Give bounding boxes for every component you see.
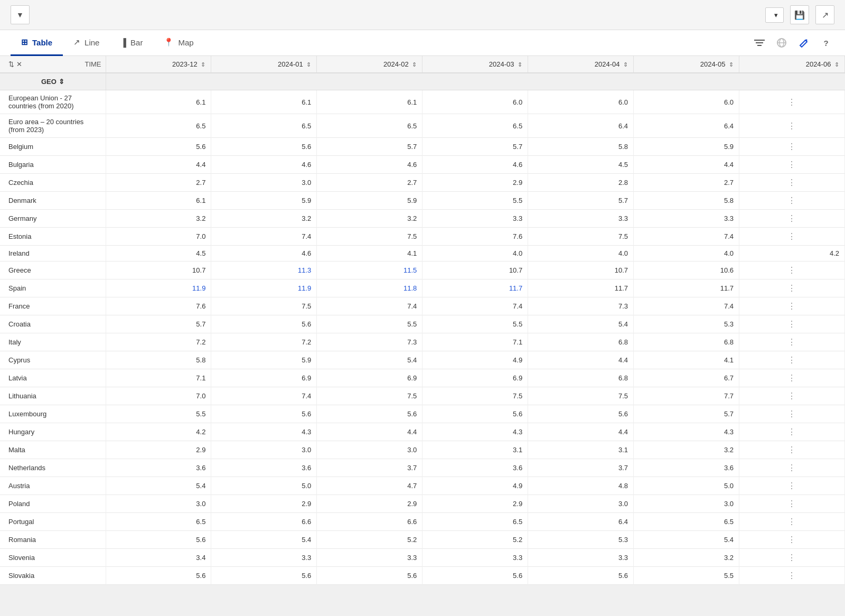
clear-button[interactable]: ✕: [16, 60, 22, 68]
more-options-cell[interactable]: ⋮: [739, 297, 845, 315]
value-cell: 5.6: [211, 567, 317, 585]
more-options-cell[interactable]: ⋮: [739, 387, 845, 405]
more-options-cell[interactable]: ⋮: [739, 441, 845, 459]
table-row: Estonia7.07.47.57.67.57.4⋮: [0, 228, 845, 246]
more-options-cell[interactable]: ⋮: [739, 405, 845, 423]
map-pin-icon: 📍: [164, 38, 174, 47]
country-cell: Belgium: [0, 138, 106, 156]
value-cell: 11.9: [211, 279, 317, 297]
pencil-button[interactable]: [795, 34, 812, 51]
more-options-cell[interactable]: ⋮: [739, 174, 845, 192]
more-options-cell[interactable]: ⋮: [739, 192, 845, 210]
table-row: France7.67.57.47.47.37.4⋮: [0, 297, 845, 315]
table-row: Luxembourg5.55.65.65.65.65.7⋮: [0, 405, 845, 423]
share-button[interactable]: ↗: [815, 5, 834, 24]
col-header-2024-04[interactable]: 2024-04 ⇕: [528, 56, 634, 73]
value-cell: 7.0: [106, 387, 211, 405]
share-icon: ↗: [822, 10, 829, 20]
value-cell: 7.4: [211, 228, 317, 246]
tab-bar[interactable]: ▐ Bar: [110, 30, 153, 56]
bar-chart-icon: ▐: [120, 38, 126, 47]
more-options-cell[interactable]: ⋮: [739, 549, 845, 567]
col-header-2023-12[interactable]: 2023-12 ⇕: [106, 56, 211, 73]
col-header-2024-01[interactable]: 2024-01 ⇕: [211, 56, 317, 73]
more-options-cell[interactable]: ⋮: [739, 531, 845, 549]
value-cell: 4.0: [422, 246, 528, 262]
value-cell: 3.3: [528, 210, 634, 228]
pencil-icon: [799, 38, 809, 48]
value-cell: 7.5: [528, 228, 634, 246]
value-cell: 4.2: [739, 246, 845, 262]
more-options-cell[interactable]: ⋮: [739, 114, 845, 138]
more-options-cell[interactable]: ⋮: [739, 513, 845, 531]
more-options-cell[interactable]: ⋮: [739, 262, 845, 279]
country-cell: Slovenia: [0, 549, 106, 567]
value-cell: 6.6: [317, 513, 422, 531]
value-cell: 5.3: [528, 531, 634, 549]
more-options-cell[interactable]: ⋮: [739, 423, 845, 441]
table-row: Italy7.27.27.37.16.86.8⋮: [0, 333, 845, 351]
value-cell: 6.6: [211, 513, 317, 531]
value-cell: 5.5: [106, 405, 211, 423]
value-cell: 10.7: [422, 262, 528, 279]
value-cell: 3.0: [211, 441, 317, 459]
more-options-cell[interactable]: ⋮: [739, 333, 845, 351]
value-cell: 4.0: [634, 246, 739, 262]
value-cell: 3.1: [528, 441, 634, 459]
globe-button[interactable]: [773, 34, 790, 51]
geo-label-cell[interactable]: GEO ⇕: [0, 73, 106, 90]
more-options-cell[interactable]: ⋮: [739, 495, 845, 513]
value-cell: 4.1: [317, 246, 422, 262]
value-cell: 5.6: [106, 138, 211, 156]
tab-line[interactable]: ↗ Line: [63, 30, 110, 56]
value-cell: 7.4: [317, 297, 422, 315]
col-header-2024-03[interactable]: 2024-03 ⇕: [422, 56, 528, 73]
value-cell: 7.4: [634, 297, 739, 315]
value-cell: 3.3: [422, 210, 528, 228]
tab-table[interactable]: ⊞ Table: [11, 30, 63, 56]
more-options-cell[interactable]: ⋮: [739, 351, 845, 369]
more-options-cell[interactable]: ⋮: [739, 477, 845, 495]
value-cell: 7.7: [634, 387, 739, 405]
sort-button[interactable]: ⇅: [8, 60, 14, 68]
table-icon: ⊞: [21, 38, 28, 47]
more-options-cell[interactable]: ⋮: [739, 315, 845, 333]
more-options-cell[interactable]: ⋮: [739, 90, 845, 114]
filter-button[interactable]: [751, 34, 768, 51]
value-cell: 6.8: [528, 333, 634, 351]
country-cell: Portugal: [0, 513, 106, 531]
download-icon: 💾: [794, 10, 805, 20]
value-cell: 6.0: [634, 90, 739, 114]
col-header-2024-05[interactable]: 2024-05 ⇕: [634, 56, 739, 73]
more-options-cell[interactable]: ⋮: [739, 369, 845, 387]
more-options-cell[interactable]: ⋮: [739, 228, 845, 246]
value-cell: 6.0: [528, 90, 634, 114]
question-mark-icon: ?: [823, 39, 828, 48]
tab-map[interactable]: 📍 Map: [153, 30, 204, 56]
more-options-cell[interactable]: ⋮: [739, 459, 845, 477]
country-cell: Greece: [0, 262, 106, 279]
tab-bar: ⊞ Table ↗ Line ▐ Bar 📍 Map: [0, 30, 845, 56]
value-cell: 11.7: [634, 279, 739, 297]
more-options-cell[interactable]: ⋮: [739, 138, 845, 156]
more-options-cell[interactable]: ⋮: [739, 210, 845, 228]
value-cell: 11.3: [211, 262, 317, 279]
table-row: Latvia7.16.96.96.96.86.7⋮: [0, 369, 845, 387]
country-cell: Latvia: [0, 369, 106, 387]
collapse-button[interactable]: ▼: [11, 5, 30, 24]
value-cell: 10.7: [528, 262, 634, 279]
col-header-2024-06[interactable]: 2024-06 ⇕: [739, 56, 845, 73]
settings-dropdown[interactable]: ▾: [765, 7, 784, 23]
col-header-2024-02[interactable]: 2024-02 ⇕: [317, 56, 422, 73]
country-cell: Germany: [0, 210, 106, 228]
value-cell: 2.9: [422, 174, 528, 192]
value-cell: 7.1: [106, 369, 211, 387]
value-cell: 6.5: [211, 114, 317, 138]
download-button[interactable]: 💾: [790, 5, 809, 24]
country-cell: Netherlands: [0, 459, 106, 477]
more-options-cell[interactable]: ⋮: [739, 279, 845, 297]
value-cell: 4.1: [634, 351, 739, 369]
help-button[interactable]: ?: [818, 34, 834, 51]
more-options-cell[interactable]: ⋮: [739, 567, 845, 585]
more-options-cell[interactable]: ⋮: [739, 156, 845, 174]
